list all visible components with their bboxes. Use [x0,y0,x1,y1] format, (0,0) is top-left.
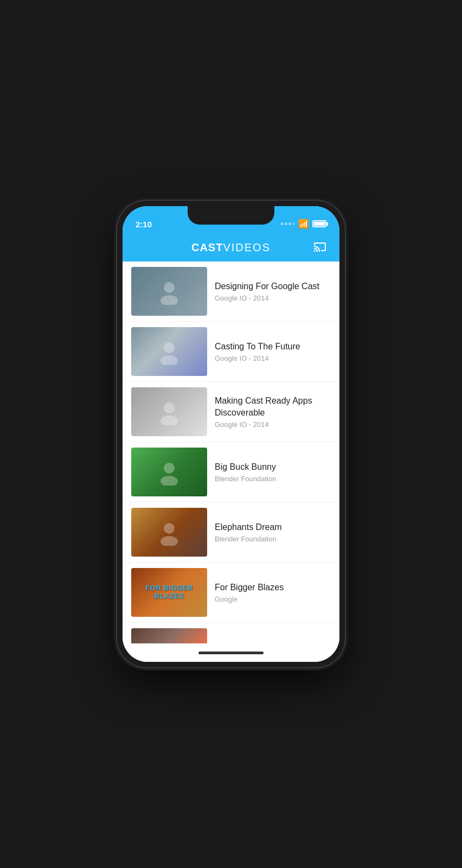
video-item-2[interactable]: Casting To The FutureGoogle IO - 2014 [123,322,339,382]
svg-point-7 [161,476,178,486]
video-title-4: Big Buck Bunny [215,461,331,473]
video-info-5: Elephants DreamBlender Foundation [207,521,331,544]
video-list: Designing For Google CastGoogle IO - 201… [123,261,339,643]
svg-point-6 [164,463,175,474]
svg-point-9 [161,536,178,546]
phone-frame: 2:10 📶 CASTVIDEOS [117,201,345,667]
video-info-3: Making Cast Ready Apps DiscoverableGoogl… [207,395,331,429]
signal-icon [281,222,295,225]
home-bar [198,652,264,654]
video-info-1: Designing For Google CastGoogle IO - 201… [207,280,331,303]
video-thumbnail-3 [131,387,207,436]
svg-point-0 [164,282,175,293]
cast-button[interactable] [311,240,329,255]
video-title-5: Elephants Dream [215,521,331,533]
video-title-6: For Bigger Blazes [215,582,331,593]
video-subtitle-3: Google IO - 2014 [215,420,331,429]
video-subtitle-4: Blender Foundation [215,475,331,483]
status-icons: 📶 [281,219,326,229]
status-bar: 2:10 📶 [123,206,339,233]
video-item-7[interactable]: FOR BIGGER ESCAPESFor Bigger EscapeGoogl… [123,623,339,643]
svg-point-1 [161,295,178,305]
video-subtitle-5: Blender Foundation [215,535,331,543]
svg-point-3 [161,355,178,365]
svg-point-2 [164,342,175,353]
video-item-1[interactable]: Designing For Google CastGoogle IO - 201… [123,261,339,322]
video-item-3[interactable]: Making Cast Ready Apps DiscoverableGoogl… [123,382,339,442]
video-thumbnail-7: FOR BIGGER ESCAPES [131,628,207,643]
video-title-1: Designing For Google Cast [215,280,331,292]
video-thumbnail-5 [131,508,207,557]
status-time: 2:10 [136,220,152,229]
video-subtitle-2: Google IO - 2014 [215,354,331,362]
video-thumbnail-1 [131,267,207,316]
video-thumbnail-4 [131,448,207,496]
video-info-4: Big Buck BunnyBlender Foundation [207,461,331,483]
video-item-6[interactable]: FOR BIGGER BLAZESFor Bigger BlazesGoogle [123,563,339,623]
video-info-6: For Bigger BlazesGoogle [207,582,331,604]
video-thumbnail-6: FOR BIGGER BLAZES [131,568,207,617]
notch [188,206,274,225]
video-subtitle-6: Google [215,595,331,603]
phone-screen: 2:10 📶 CASTVIDEOS [123,206,339,662]
svg-point-4 [164,403,175,413]
nav-bar: CASTVIDEOS [123,233,339,261]
video-title-2: Casting To The Future [215,341,331,353]
video-info-2: Casting To The FutureGoogle IO - 2014 [207,341,331,363]
video-title-3: Making Cast Ready Apps Discoverable [215,395,331,418]
video-thumbnail-2 [131,327,207,376]
video-item-5[interactable]: Elephants DreamBlender Foundation [123,502,339,563]
nav-title: CASTVIDEOS [191,241,271,254]
home-indicator [123,643,339,662]
video-item-4[interactable]: Big Buck BunnyBlender Foundation [123,442,339,502]
svg-point-5 [161,416,178,425]
video-subtitle-1: Google IO - 2014 [215,294,331,302]
wifi-icon: 📶 [298,219,309,229]
battery-icon [312,220,326,227]
svg-point-8 [164,523,175,534]
